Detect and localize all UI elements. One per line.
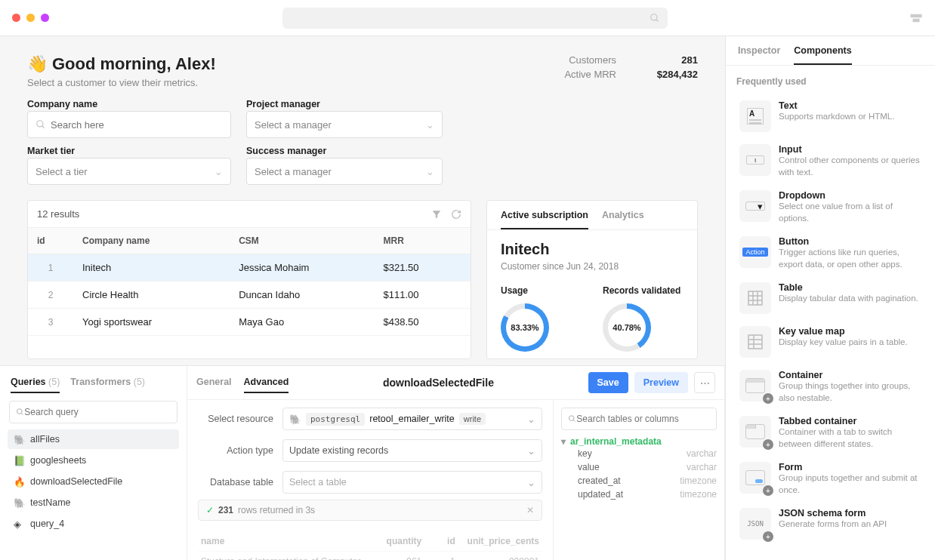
filter-icon[interactable] (431, 209, 442, 220)
cell-csm: Jessica Mohaim (230, 254, 374, 281)
component-title: JSON schema form (779, 508, 887, 518)
close-window-icon[interactable] (12, 14, 20, 22)
query-search-field[interactable] (24, 407, 171, 417)
table-header: id Company name CSM MRR (28, 228, 471, 254)
component-item[interactable]: JSON+JSON schema formGenerate forms from… (736, 502, 924, 546)
component-icon: A (739, 100, 771, 132)
query-search[interactable] (9, 401, 177, 423)
schema-column[interactable]: valuevarchar (561, 460, 717, 474)
component-title: Text (779, 100, 894, 111)
select-placeholder: Select a tier (35, 166, 88, 177)
check-icon: ✓ (206, 505, 214, 515)
query-item[interactable]: ◈query_4 (8, 514, 179, 534)
component-icon: I (739, 144, 771, 176)
action-type-select[interactable]: Update existing records⌄ (282, 439, 542, 462)
component-item[interactable]: +FormGroup inputs together and submit at… (736, 456, 924, 502)
schema-column[interactable]: created_attimezone (561, 474, 717, 488)
cell-mrr: $111.00 (374, 282, 471, 308)
page-hero: 👋Good morning, Alex! Select a customer t… (27, 54, 216, 88)
search-icon (35, 119, 46, 130)
preview-button[interactable]: Preview (634, 372, 688, 393)
col-mrr[interactable]: MRR (374, 228, 471, 254)
component-item[interactable]: TableDisplay tabular data with paginatio… (736, 276, 924, 320)
success-manager-select[interactable]: Select a manager⌄ (246, 158, 443, 185)
js-icon: 🔥 (14, 476, 24, 487)
svg-rect-15 (748, 335, 762, 349)
component-item[interactable]: Key value mapDisplay key value pairs in … (736, 320, 924, 364)
fullscreen-window-icon[interactable] (41, 14, 49, 22)
table-row[interactable]: 2Circle HealthDuncan Idaho$111.00 (28, 282, 471, 309)
component-desc: Container with a tab to switch between d… (779, 426, 921, 450)
chevron-down-icon: ⌄ (527, 477, 535, 488)
action-type-value: Update existing records (289, 445, 388, 456)
component-title: Button (779, 236, 921, 247)
more-button[interactable]: ⋯ (694, 372, 715, 393)
schema-column[interactable]: keyvarchar (561, 447, 717, 460)
company-search-input[interactable] (27, 111, 231, 138)
close-icon[interactable]: ✕ (526, 505, 534, 515)
omnibox[interactable] (282, 8, 668, 29)
query-item[interactable]: 🐘allFiles (8, 429, 179, 449)
project-manager-select[interactable]: Select a manager⌄ (246, 111, 443, 138)
tab-inspector[interactable]: Inspector (738, 45, 780, 65)
component-item[interactable]: ▾DropdownSelect one value from a list of… (736, 184, 924, 230)
col-company[interactable]: Company name (73, 228, 230, 254)
component-icon: Action (739, 236, 771, 268)
component-desc: Control other components or queries with… (779, 155, 921, 178)
component-icon: + (739, 370, 771, 402)
table-row[interactable]: 1InitechJessica Mohaim$321.50 (28, 254, 471, 282)
gql-icon: ◈ (14, 518, 24, 529)
schema-search-field[interactable] (576, 414, 710, 424)
tab-queries[interactable]: Queries (5) (11, 377, 60, 393)
save-button[interactable]: Save (588, 372, 628, 393)
market-tier-select[interactable]: Select a tier⌄ (27, 158, 231, 185)
component-item[interactable]: +ContainerGroup things together into gro… (736, 364, 924, 410)
plus-icon: + (763, 393, 773, 404)
query-item[interactable]: 📗googlesheets (8, 451, 179, 470)
metric-label: Customers (569, 54, 616, 66)
query-item[interactable]: 🐘testName (8, 493, 179, 512)
cell-company: Yogi sportswear (73, 309, 230, 335)
usage-pct: 83.33% (511, 323, 538, 332)
tab-components[interactable]: Components (794, 45, 851, 65)
component-title: Tabbed container (779, 416, 921, 426)
component-item[interactable]: ActionButtonTrigger actions like run que… (736, 230, 924, 276)
panels-icon[interactable] (909, 13, 923, 23)
company-search-field[interactable] (51, 119, 223, 131)
schema-column[interactable]: updated_attimezone (561, 488, 717, 501)
component-title: Container (779, 370, 921, 380)
query-item[interactable]: 🔥downloadSelectedFile (8, 472, 179, 491)
tab-analytics[interactable]: Analytics (602, 201, 644, 229)
component-icon (739, 282, 771, 314)
col-id[interactable]: id (28, 228, 73, 254)
customer-name: Initech (501, 241, 684, 258)
customer-detail: Active subscription Analytics Initech Cu… (486, 200, 698, 359)
query-name: googlesheets (30, 455, 86, 466)
svg-line-1 (656, 19, 658, 21)
component-item[interactable]: ATextSupports markdown or HTML. (736, 94, 924, 138)
metric-value: 281 (637, 54, 698, 66)
component-icon: + (739, 462, 771, 494)
tab-general[interactable]: General (196, 372, 232, 393)
cell-csm: Duncan Idaho (230, 282, 374, 308)
result-count: 231 (218, 505, 233, 515)
component-title: Input (779, 144, 921, 155)
tab-active-subscription[interactable]: Active subscription (501, 201, 588, 229)
schema-search[interactable] (561, 408, 717, 430)
search-icon (568, 414, 576, 423)
minimize-window-icon[interactable] (26, 14, 35, 22)
schema-browser: ar_internal_metadata keyvarcharvaluevarc… (554, 400, 724, 560)
tab-transformers[interactable]: Transformers (5) (70, 377, 145, 393)
table-row[interactable]: 3Yogi sportswearMaya Gao$438.50 (28, 309, 471, 336)
col-csm[interactable]: CSM (230, 228, 374, 254)
resource-select[interactable]: 🐘 postgresql retool_emailer_write write … (282, 408, 542, 430)
cell-csm: Maya Gao (230, 309, 374, 335)
refresh-icon[interactable] (451, 209, 461, 220)
table-select[interactable]: Select a table⌄ (282, 471, 542, 494)
component-item[interactable]: +Tabbed containerContainer with a tab to… (736, 410, 924, 456)
tab-advanced[interactable]: Advanced (244, 372, 289, 393)
select-placeholder: Select a manager (255, 119, 332, 131)
component-item[interactable]: IInputControl other components or querie… (736, 138, 924, 184)
schema-table[interactable]: ar_internal_metadata (570, 436, 717, 447)
row-index: 2 (28, 282, 73, 308)
